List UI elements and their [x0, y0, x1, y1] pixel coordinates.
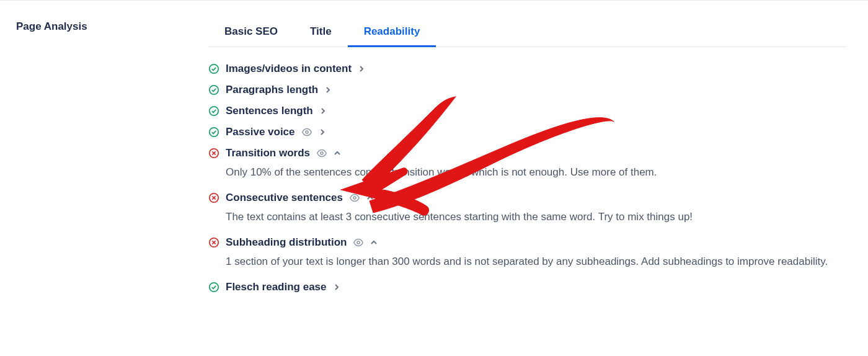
tab-title[interactable]: Title: [294, 19, 348, 47]
analysis-item-description: The text contains at least 3 consecutive…: [208, 210, 868, 228]
x-circle-icon: [208, 237, 219, 248]
analysis-item-header[interactable]: Flesch reading ease: [208, 280, 868, 294]
chevron-right-icon[interactable]: [324, 86, 332, 94]
check-circle-icon: [208, 282, 219, 293]
analysis-item-header[interactable]: Sentences length: [208, 104, 868, 118]
svg-point-8: [353, 197, 356, 199]
analysis-item-title: Sentences length: [226, 104, 313, 118]
main-panel: Basic SEO Title Readability Images/video…: [208, 1, 868, 298]
analysis-item-title: Flesch reading ease: [226, 280, 327, 294]
check-circle-icon: [208, 105, 219, 117]
svg-point-6: [321, 152, 323, 154]
analysis-item-title: Images/videos in content: [226, 62, 352, 76]
svg-point-1: [210, 86, 218, 94]
analysis-item-description: Only 10% of the sentences contain transi…: [208, 165, 868, 184]
check-circle-icon: [208, 84, 219, 96]
analysis-item: Transition wordsOnly 10% of the sentence…: [208, 143, 868, 187]
analysis-item-header[interactable]: Consecutive sentences: [208, 191, 868, 205]
tab-bar: Basic SEO Title Readability: [208, 19, 846, 47]
svg-point-2: [210, 107, 218, 115]
analysis-item: Consecutive sentencesThe text contains a…: [208, 187, 868, 232]
svg-point-10: [357, 241, 360, 244]
analysis-item-title: Subheading distribution: [226, 236, 347, 249]
eye-icon[interactable]: [349, 192, 360, 203]
eye-icon[interactable]: [316, 148, 327, 159]
analysis-item-header[interactable]: Subheading distribution: [208, 236, 868, 249]
analysis-item: Paragraphs length: [208, 79, 868, 100]
analysis-item: Flesch reading ease: [208, 277, 868, 298]
page-title: Page Analysis: [16, 20, 87, 33]
analysis-item-header[interactable]: Passive voice: [208, 125, 868, 139]
analysis-item-title: Transition words: [226, 146, 310, 160]
analysis-item-title: Passive voice: [226, 125, 295, 139]
eye-icon[interactable]: [353, 237, 364, 248]
check-circle-icon: [208, 63, 219, 74]
analysis-item-title: Paragraphs length: [226, 83, 318, 97]
analysis-item: Subheading distribution1 section of your…: [208, 232, 868, 277]
eye-icon[interactable]: [301, 127, 312, 138]
analysis-item: Passive voice: [208, 122, 868, 143]
analysis-item: Sentences length: [208, 100, 868, 122]
analysis-item-header[interactable]: Paragraphs length: [208, 83, 868, 97]
analysis-item: Images/videos in content: [208, 58, 868, 79]
svg-point-11: [210, 283, 218, 291]
analysis-item-title: Consecutive sentences: [226, 191, 343, 205]
x-circle-icon: [208, 148, 219, 159]
tab-basic-seo[interactable]: Basic SEO: [208, 19, 294, 47]
analysis-item-header[interactable]: Images/videos in content: [208, 62, 868, 76]
analysis-item-header[interactable]: Transition words: [208, 146, 868, 160]
svg-point-3: [210, 128, 218, 136]
chevron-up-icon[interactable]: [366, 194, 374, 202]
chevron-up-icon[interactable]: [370, 239, 378, 246]
chevron-right-icon[interactable]: [358, 65, 365, 73]
check-circle-icon: [208, 127, 219, 138]
analysis-item-description: 1 section of your text is longer than 30…: [208, 254, 868, 273]
svg-point-0: [210, 65, 218, 73]
x-circle-icon: [208, 192, 219, 203]
chevron-up-icon[interactable]: [334, 149, 341, 157]
chevron-right-icon[interactable]: [319, 128, 326, 136]
tab-readability[interactable]: Readability: [348, 19, 436, 47]
analysis-items: Images/videos in contentParagraphs lengt…: [208, 47, 868, 298]
svg-point-4: [305, 131, 308, 133]
chevron-right-icon[interactable]: [319, 107, 327, 115]
chevron-right-icon[interactable]: [333, 283, 340, 291]
